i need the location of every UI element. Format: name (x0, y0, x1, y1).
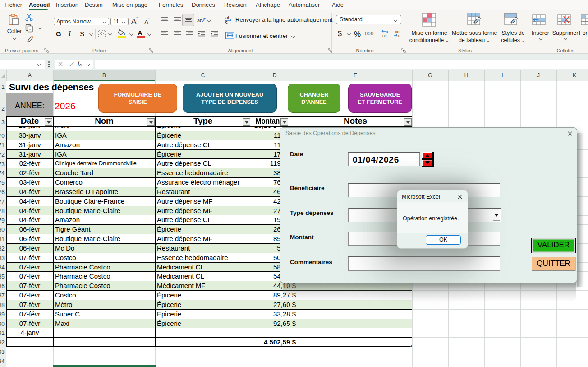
svg-text:,00: ,00 (381, 34, 387, 38)
svg-text:c: c (225, 20, 228, 24)
svg-text:0: 0 (398, 34, 400, 38)
svg-text:ab: ab (197, 18, 202, 23)
svg-text:0: 0 (386, 30, 388, 34)
svg-text:,00: ,00 (394, 30, 400, 34)
